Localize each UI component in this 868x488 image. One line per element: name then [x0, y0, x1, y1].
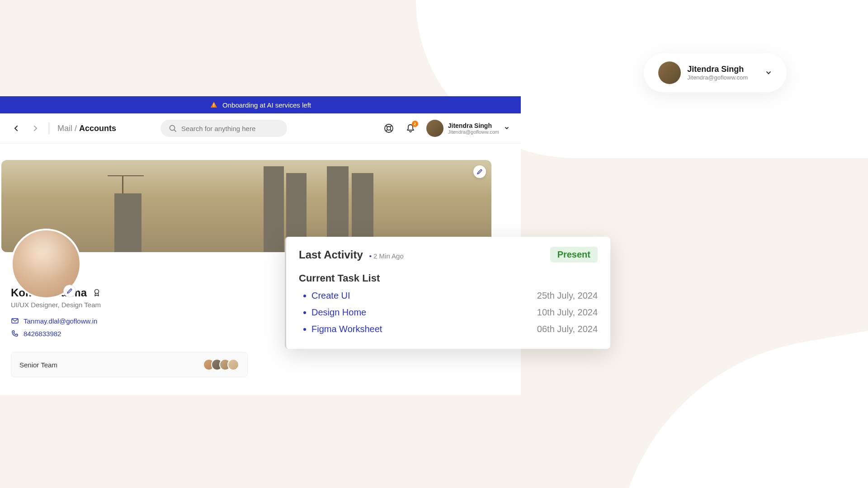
chevron-down-icon[interactable] [765, 69, 772, 76]
task-row: Design Home 10th July, 2024 [299, 307, 598, 318]
building-decoration [114, 193, 142, 252]
user-email: Jitendra@gofloww.com [687, 74, 748, 81]
nav-back-button[interactable] [11, 123, 22, 134]
bullet-icon [303, 328, 306, 331]
topbar: Mail / Accounts 2 Jitendra Singh Jitendr… [0, 113, 521, 144]
user-info: Jitendra Singh Jitendra@gofloww.com [687, 65, 748, 81]
svg-line-8 [386, 130, 387, 131]
phone-icon [11, 329, 19, 338]
activity-card: Last Activity •2 Min Ago Present Current… [285, 237, 610, 349]
notification-badge: 2 [412, 121, 418, 127]
task-name[interactable]: Design Home [311, 307, 366, 318]
svg-point-5 [387, 127, 391, 130]
tasklist-title: Current Task List [299, 272, 598, 284]
user-name: Jitendra Singh [448, 122, 499, 129]
svg-line-3 [174, 130, 176, 131]
team-block[interactable]: Senior Team [11, 352, 248, 377]
background-curve-bottom [580, 327, 868, 488]
edit-picture-button[interactable] [63, 285, 76, 297]
task-date: 10th July, 2024 [537, 307, 598, 318]
team-title: Senior Team [19, 361, 57, 369]
breadcrumb-current: Accounts [79, 124, 116, 133]
bullet-icon [303, 295, 306, 297]
chevron-down-icon [504, 125, 510, 131]
svg-line-7 [390, 126, 392, 127]
pencil-icon [476, 169, 483, 175]
pencil-icon [66, 288, 73, 294]
task-date: 25th July, 2024 [537, 291, 598, 301]
topbar-right: 2 Jitendra Singh Jitendra@gofloww.com [383, 120, 510, 137]
task-row: Figma Worksheet 06th July, 2024 [299, 324, 598, 334]
svg-rect-0 [213, 103, 214, 106]
activity-title: Last Activity [299, 249, 363, 261]
profile-phone: 8426833982 [24, 330, 61, 338]
help-icon[interactable] [383, 122, 395, 134]
avatar [227, 359, 239, 371]
breadcrumb-prefix: Mail / [57, 124, 79, 133]
user-email: Jitendra@gofloww.com [448, 129, 499, 135]
activity-time: •2 Min Ago [369, 252, 404, 260]
task-date: 06th July, 2024 [537, 324, 598, 334]
mail-icon [11, 317, 19, 325]
task-name[interactable]: Create UI [311, 291, 350, 301]
building-decoration [264, 166, 284, 252]
status-badge: Present [550, 247, 598, 263]
edit-cover-button[interactable] [473, 165, 486, 178]
floating-user-dropdown[interactable]: Jitendra Singh Jitendra@gofloww.com [644, 53, 787, 92]
topbar-user-dropdown[interactable]: Jitendra Singh Jitendra@gofloww.com [426, 120, 510, 137]
notification-icon[interactable]: 2 [405, 122, 416, 134]
activity-header: Last Activity •2 Min Ago Present [299, 247, 598, 263]
profile-email: Tanmay.dlal@gofloww.in [24, 317, 97, 325]
avatar [426, 120, 443, 137]
notice-text: Onboarding at AI services left [222, 101, 311, 109]
warning-icon [210, 101, 218, 109]
search-input[interactable] [181, 125, 279, 132]
building-decoration [117, 174, 153, 194]
task-row: Create UI 25th July, 2024 [299, 291, 598, 301]
svg-line-9 [390, 130, 392, 131]
user-name: Jitendra Singh [687, 65, 748, 74]
divider [49, 122, 49, 134]
breadcrumb: Mail / Accounts [57, 124, 116, 133]
svg-rect-1 [213, 106, 214, 107]
notice-bar: Onboarding at AI services left [0, 96, 521, 113]
search-icon [169, 124, 177, 132]
badge-icon [92, 288, 101, 297]
search-box[interactable] [160, 120, 287, 137]
task-name[interactable]: Figma Worksheet [311, 324, 382, 334]
avatar-stack [207, 359, 239, 371]
nav-forward-button[interactable] [30, 123, 41, 134]
svg-line-6 [386, 126, 387, 127]
avatar [658, 61, 681, 84]
bullet-icon [303, 311, 306, 314]
